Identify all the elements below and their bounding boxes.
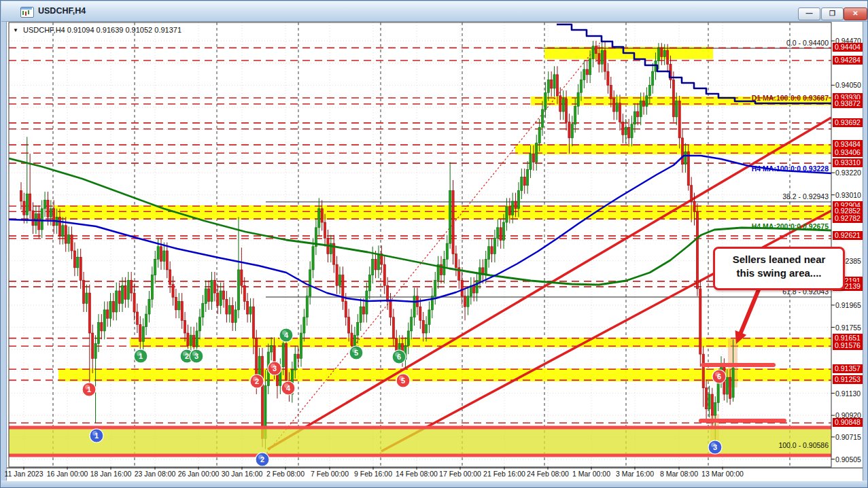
- ma-value-label: H4 MA:200:0:0 0.92675: [720, 222, 829, 230]
- fib-level-label: 0.0 - 0.94400: [733, 39, 829, 47]
- svg-text:1: 1: [87, 385, 91, 394]
- svg-text:6: 6: [397, 353, 401, 361]
- annotation-box: Sellers leaned near this swing area....: [713, 247, 845, 290]
- price-axis-badge: 0.93406: [833, 148, 863, 157]
- svg-text:2: 2: [185, 352, 189, 360]
- legend-symbol: USDCHF,H4: [23, 26, 65, 34]
- price-axis-badge: 0.91576: [833, 341, 863, 350]
- svg-text:4: 4: [284, 331, 289, 339]
- svg-text:1: 1: [94, 432, 99, 440]
- price-axis-badge: 0.93872: [833, 99, 863, 108]
- price-axis-label: 0.91965: [835, 301, 861, 309]
- price-axis-label: 0.91130: [835, 389, 861, 398]
- svg-text:1: 1: [139, 352, 143, 360]
- svg-text:5: 5: [401, 377, 405, 385]
- svg-text:2: 2: [260, 455, 264, 464]
- chart-legend: ▼ USDCHF,H4 0.91094 0.91639 0.91052 0.91…: [13, 26, 181, 34]
- annotation-text-line2: this swing area....: [715, 266, 843, 280]
- plot-layers: 123456123456123: [9, 22, 831, 467]
- price-axis-label: 0.94050: [835, 81, 861, 89]
- chart-plot[interactable]: 123456123456123: [1, 1, 868, 488]
- lime-zone-layer: [9, 428, 831, 455]
- price-axis-badge: 0.94284: [833, 56, 863, 65]
- svg-text:4: 4: [286, 384, 291, 392]
- price-axis-badge: 0.93692: [833, 118, 863, 127]
- legend-expander-icon[interactable]: ▼: [13, 27, 18, 33]
- price-axis-badge: 0.92782: [833, 214, 863, 223]
- price-axis-badge: 0.93310: [833, 158, 863, 167]
- legend-close: 0.91371: [154, 26, 181, 34]
- svg-text:2: 2: [255, 377, 259, 385]
- price-axis-badge: 0.91357: [833, 364, 863, 373]
- fib-level-label: 38.2 - 0.92943: [733, 192, 829, 201]
- legend-open: 0.91094: [67, 26, 94, 34]
- price-axis-label: 0.90715: [835, 433, 861, 441]
- price-axis-badge: 0.93484: [833, 140, 863, 149]
- svg-text:6: 6: [717, 372, 721, 381]
- svg-text:5: 5: [354, 349, 358, 357]
- price-axis-label: 0.93010: [835, 191, 861, 199]
- time-axis-label: 13 Mar 00:00: [692, 470, 753, 478]
- svg-text:3: 3: [194, 352, 198, 360]
- support-resistance-zones-layer: [54, 47, 831, 381]
- price-axis-label: 0.91755: [835, 324, 861, 332]
- svg-text:3: 3: [273, 364, 277, 372]
- price-axis-label: 0.90505: [835, 455, 861, 464]
- price-axis-badge: 0.92621: [833, 231, 863, 240]
- annotation-text-line1: Sellers leaned near: [715, 253, 843, 266]
- price-axis-badge: 0.94404: [833, 43, 863, 52]
- legend-low: 0.91052: [125, 26, 152, 34]
- price-axis-badge: 0.90848: [833, 418, 863, 427]
- price-axis-label: 0.93220: [835, 169, 861, 177]
- fib-level-label: 100.0 - 0.90586: [733, 441, 829, 449]
- ma-value-label: D1 MA:100:0:0 0.93687: [720, 94, 829, 102]
- svg-text:3: 3: [713, 443, 717, 451]
- price-axis-badge: 0.91253: [833, 375, 863, 384]
- mt4-chart-window: USDCHF,H4 — ❐ ✕ ▼ USDCHF,H4 0.91094 0.91…: [0, 0, 868, 488]
- legend-high: 0.91639: [97, 26, 124, 34]
- ma-value-label: H4 MA:100:0:0 0.93228: [720, 164, 829, 173]
